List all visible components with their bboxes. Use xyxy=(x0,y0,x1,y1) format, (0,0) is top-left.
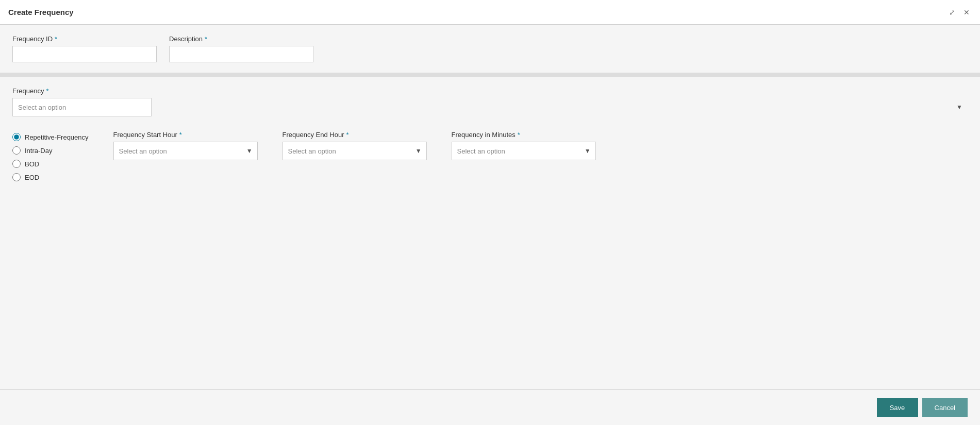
end-hour-label: Frequency End Hour* xyxy=(283,131,427,139)
modal-footer: Save Cancel xyxy=(0,389,980,425)
minutes-required: * xyxy=(518,131,520,139)
radio-repetitive-label: Repetitive-Frequency xyxy=(25,133,89,141)
frequency-id-label: Frequency ID* xyxy=(12,35,157,43)
expand-button[interactable]: ⤢ xyxy=(947,8,957,17)
start-hour-required: * xyxy=(179,131,182,139)
frequency-required: * xyxy=(46,87,48,95)
modal-header-icons: ⤢ ✕ xyxy=(947,8,972,17)
description-required: * xyxy=(205,35,207,43)
frequency-id-required: * xyxy=(55,35,57,43)
description-input[interactable] xyxy=(169,46,313,62)
frequency-id-input[interactable] xyxy=(12,46,157,62)
cancel-button[interactable]: Cancel xyxy=(922,398,968,417)
radio-bod-label: BOD xyxy=(25,160,39,168)
minutes-select[interactable]: Select an option xyxy=(452,142,596,160)
radio-eod-label: EOD xyxy=(25,174,39,181)
end-hour-required: * xyxy=(346,131,349,139)
frequency-select-arrow-icon: ▼ xyxy=(956,104,962,111)
section-frequency: Frequency* Select an option ▼ Repetitive… xyxy=(0,77,980,192)
start-hour-label: Frequency Start Hour* xyxy=(113,131,258,139)
minutes-select-wrapper: Select an option ▼ xyxy=(452,142,596,160)
start-hour-group: Frequency Start Hour* Select an option ▼ xyxy=(113,131,258,160)
minutes-group: Frequency in Minutes* Select an option ▼ xyxy=(452,131,596,160)
radio-bod-input[interactable] xyxy=(12,160,21,168)
close-icon: ✕ xyxy=(964,8,970,16)
frequency-select[interactable]: Select an option xyxy=(12,98,152,116)
create-frequency-modal: Create Frequency ⤢ ✕ Frequency ID* xyxy=(0,0,980,425)
start-hour-select[interactable]: Select an option xyxy=(113,142,258,160)
frequency-id-group: Frequency ID* xyxy=(12,35,157,62)
frequency-select-wrapper: Select an option ▼ xyxy=(12,98,968,116)
minutes-label: Frequency in Minutes* xyxy=(452,131,596,139)
repetitive-section: Repetitive-Frequency Intra-Day BOD EOD xyxy=(12,127,968,181)
start-hour-select-wrapper: Select an option ▼ xyxy=(113,142,258,160)
modal-title: Create Frequency xyxy=(8,8,74,16)
radio-repetitive-input[interactable] xyxy=(12,133,21,141)
frequency-label: Frequency* xyxy=(12,87,968,95)
radio-intraday[interactable]: Intra-Day xyxy=(12,146,89,155)
expand-icon: ⤢ xyxy=(949,8,955,16)
modal-header: Create Frequency ⤢ ✕ xyxy=(0,0,980,25)
body-spacer xyxy=(0,192,980,389)
dropdowns-row: Frequency Start Hour* Select an option ▼ xyxy=(113,131,596,160)
end-hour-select-wrapper: Select an option ▼ xyxy=(283,142,427,160)
radio-repetitive[interactable]: Repetitive-Frequency xyxy=(12,133,89,141)
section-divider-1 xyxy=(0,73,980,77)
radio-intraday-input[interactable] xyxy=(12,146,21,155)
end-hour-group: Frequency End Hour* Select an option ▼ xyxy=(283,131,427,160)
close-button[interactable]: ✕ xyxy=(961,8,972,17)
basic-info-row: Frequency ID* Description* xyxy=(12,35,968,62)
save-button[interactable]: Save xyxy=(877,398,918,417)
description-group: Description* xyxy=(169,35,313,62)
radio-intraday-label: Intra-Day xyxy=(25,147,52,155)
frequency-type-radio-group: Repetitive-Frequency Intra-Day BOD EOD xyxy=(12,133,89,181)
radio-eod[interactable]: EOD xyxy=(12,173,89,181)
description-label: Description* xyxy=(169,35,313,43)
end-hour-select[interactable]: Select an option xyxy=(283,142,427,160)
radio-eod-input[interactable] xyxy=(12,173,21,181)
section-basic-info: Frequency ID* Description* xyxy=(0,25,980,73)
frequency-group: Frequency* Select an option ▼ xyxy=(12,87,968,116)
radio-bod[interactable]: BOD xyxy=(12,160,89,168)
modal-body: Frequency ID* Description* Frequency* xyxy=(0,25,980,389)
